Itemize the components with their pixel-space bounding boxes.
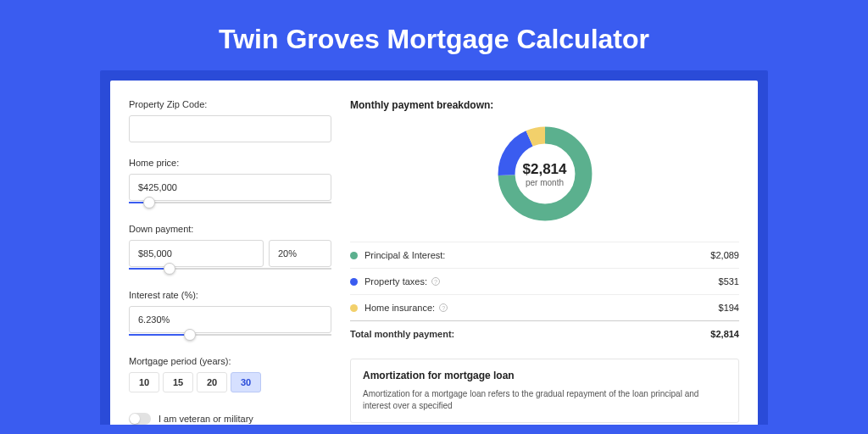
results-column: Monthly payment breakdown: $2,814 per mo… <box>350 99 739 425</box>
period-button-group: 10 15 20 30 <box>129 372 331 392</box>
zip-label: Property Zip Code: <box>129 99 331 109</box>
legend-value: $2,089 <box>710 250 739 260</box>
amortization-title: Amortization for mortgage loan <box>363 370 726 381</box>
legend-row-taxes: Property taxes:? $531 <box>350 268 739 294</box>
info-icon[interactable]: ? <box>431 277 440 286</box>
period-btn-30[interactable]: 30 <box>231 372 261 392</box>
payment-donut-chart: $2,814 per month <box>494 123 596 225</box>
amortization-text: Amortization for a mortgage loan refers … <box>363 388 726 412</box>
legend-row-principal: Principal & Interest: $2,089 <box>350 242 739 268</box>
slider-thumb[interactable] <box>164 263 175 275</box>
legend-value: $531 <box>719 276 739 287</box>
calculator-card: Property Zip Code: Home price: Down paym… <box>110 81 758 425</box>
price-slider[interactable] <box>129 200 331 215</box>
total-label: Total monthly payment: <box>350 329 710 339</box>
legend-dot-icon <box>350 304 358 312</box>
veteran-toggle[interactable] <box>129 413 151 425</box>
down-pct-input[interactable] <box>269 240 331 267</box>
zip-input[interactable] <box>129 115 331 142</box>
rate-label: Interest rate (%): <box>129 290 331 300</box>
period-btn-15[interactable]: 15 <box>163 372 193 392</box>
down-amount-input[interactable] <box>129 240 264 267</box>
down-slider[interactable] <box>129 266 331 281</box>
rate-input[interactable] <box>129 306 331 333</box>
legend-row-total: Total monthly payment: $2,814 <box>350 320 739 347</box>
price-input[interactable] <box>129 174 331 201</box>
page-title: Twin Groves Mortgage Calculator <box>0 0 868 70</box>
legend: Principal & Interest: $2,089 Property ta… <box>350 242 739 347</box>
info-icon[interactable]: ? <box>439 303 448 312</box>
amortization-section: Amortization for mortgage loan Amortizat… <box>350 359 739 423</box>
legend-row-insurance: Home insurance:? $194 <box>350 294 739 320</box>
form-column: Property Zip Code: Home price: Down paym… <box>129 99 331 425</box>
price-label: Home price: <box>129 158 331 168</box>
toggle-knob <box>130 414 140 424</box>
rate-slider[interactable] <box>129 332 331 348</box>
legend-value: $194 <box>719 303 739 313</box>
period-btn-20[interactable]: 20 <box>197 372 227 392</box>
legend-label: Property taxes:? <box>364 276 719 287</box>
legend-label: Principal & Interest: <box>364 250 710 260</box>
donut-center-value: $2,814 <box>523 161 567 178</box>
veteran-label: I am veteran or military <box>159 414 253 424</box>
slider-thumb[interactable] <box>184 329 196 341</box>
period-label: Mortgage period (years): <box>129 356 331 366</box>
legend-label: Home insurance:? <box>364 303 719 313</box>
period-btn-10[interactable]: 10 <box>129 372 159 392</box>
down-label: Down payment: <box>129 224 331 234</box>
breakdown-title: Monthly payment breakdown: <box>350 99 739 111</box>
legend-dot-icon <box>350 252 358 259</box>
total-value: $2,814 <box>710 329 739 339</box>
donut-center-sub: per month <box>526 178 564 187</box>
slider-thumb[interactable] <box>143 197 155 209</box>
legend-dot-icon <box>350 278 358 286</box>
card-shadow: Property Zip Code: Home price: Down paym… <box>100 70 768 425</box>
